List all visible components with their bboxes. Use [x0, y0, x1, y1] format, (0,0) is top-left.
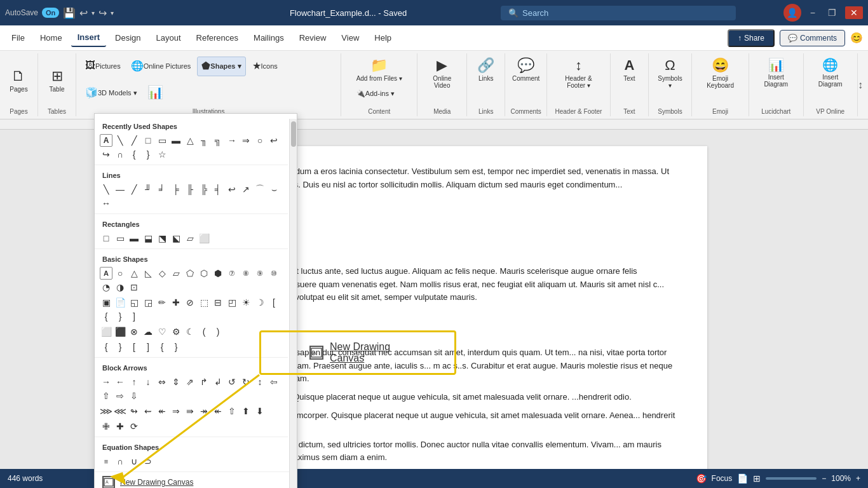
ribbon-btn-online-video[interactable]: ▶ Online Video	[423, 55, 461, 92]
ribbon-btn-symbols[interactable]: Ω Symbols ▾	[654, 55, 686, 92]
basic-br6[interactable]: }	[170, 341, 182, 353]
emoji-reaction-btn[interactable]: 😊	[850, 32, 863, 44]
view-icon-1[interactable]: 📄	[737, 473, 748, 484]
line-12[interactable]: ⌒	[254, 183, 266, 196]
undo-dropdown[interactable]: ▾	[92, 10, 95, 17]
basic-snip-rect[interactable]: ◱	[128, 296, 140, 309]
ba-circ1[interactable]: ↺	[226, 376, 238, 388]
line-8[interactable]: ╠	[198, 183, 210, 196]
shape-brace1[interactable]: {	[128, 148, 140, 161]
basic-bracer[interactable]: }	[114, 310, 126, 323]
line-14[interactable]: ↔	[100, 197, 112, 210]
menu-item-help[interactable]: Help	[368, 29, 398, 46]
customize-btn[interactable]: ▾	[111, 10, 114, 17]
basic-framed-rect[interactable]: ▣	[100, 296, 112, 309]
ba-stripe[interactable]: ↕	[254, 376, 266, 388]
basic-note[interactable]: 📄	[114, 296, 126, 309]
basic-deco4[interactable]: ☁	[142, 325, 154, 338]
ba-fat3[interactable]: ⇨	[114, 390, 126, 402]
share-button[interactable]: ↑ Share	[728, 29, 775, 47]
ribbon-btn-lucidchart[interactable]: 📊 Insert Diagram	[754, 55, 797, 90]
basic-triangle[interactable]: △	[128, 267, 140, 280]
undo-btn[interactable]: ↩	[79, 7, 88, 19]
ribbon-btn-3d-models[interactable]: 🧊 3D Models ▾	[81, 84, 141, 102]
ba-r2[interactable]: ⋘	[114, 405, 126, 417]
shape-triangle[interactable]: △	[184, 134, 196, 147]
menu-item-review[interactable]: Review	[293, 29, 333, 46]
ruler-toggle[interactable]: ↕	[858, 53, 868, 116]
basic-rtriangle[interactable]: ◺	[142, 267, 154, 280]
ba-s2[interactable]: ✚	[114, 420, 126, 433]
ba-r12[interactable]: ⬇	[254, 405, 266, 417]
ba-r4[interactable]: ⇜	[142, 405, 154, 417]
shape-arrow-dbl[interactable]: ⇒	[240, 134, 252, 147]
shape-star[interactable]: ☆	[156, 148, 168, 161]
basic-parallelogram[interactable]: ▱	[170, 267, 182, 280]
ribbon-btn-addins[interactable]: 🔌 Add-ins ▾	[353, 87, 398, 100]
basic-A[interactable]: A	[100, 267, 112, 280]
basic-diamond[interactable]: ◇	[156, 267, 168, 280]
line-6[interactable]: ╞	[170, 183, 182, 196]
basic-snip-rect2[interactable]: ◲	[142, 296, 154, 309]
view-icon-2[interactable]: ⊞	[753, 473, 761, 484]
basic-deco3[interactable]: ⊗	[128, 325, 140, 338]
ba-r9[interactable]: ↞	[212, 405, 224, 417]
basic-br3[interactable]: [	[128, 341, 140, 353]
eq-4[interactable]: ⊃	[142, 455, 154, 468]
menu-item-references[interactable]: References	[190, 29, 245, 46]
basic-deco7[interactable]: ☾	[184, 325, 196, 338]
basic-br4[interactable]: ]	[142, 341, 154, 353]
line-2[interactable]: —	[114, 183, 126, 196]
basic-br5[interactable]: {	[156, 341, 168, 353]
minimize-btn[interactable]: −	[806, 6, 819, 19]
menu-item-file[interactable]: File	[5, 29, 31, 46]
ribbon-btn-icons[interactable]: ★ Icons	[248, 57, 281, 76]
ba-r5[interactable]: ↞	[156, 405, 168, 417]
basic-9[interactable]: ⑨	[254, 267, 266, 280]
rect-8[interactable]: ⬜	[198, 232, 210, 245]
ba-circ2[interactable]: ↻	[240, 376, 252, 388]
basic-7[interactable]: ⑦	[226, 267, 238, 280]
ribbon-btn-chart[interactable]: 📊	[144, 82, 167, 104]
menu-item-insert[interactable]: Insert	[71, 29, 106, 47]
redo-btn[interactable]: ↪	[98, 7, 107, 19]
ba-dbl-h[interactable]: ⇔	[156, 376, 168, 388]
basic-rect-4[interactable]: ◰	[226, 296, 238, 309]
rect-6[interactable]: ⬕	[170, 232, 182, 245]
ba-dbl-v[interactable]: ⇕	[170, 376, 182, 388]
menu-item-layout[interactable]: Layout	[150, 29, 187, 46]
ribbon-btn-add-files[interactable]: 📁 Add from Files ▾	[353, 55, 406, 85]
zoom-slider[interactable]	[766, 477, 817, 480]
comments-button[interactable]: 💬 Comments	[780, 30, 845, 46]
basic-8[interactable]: ⑧	[240, 267, 252, 280]
profile-avatar[interactable]: 👤	[783, 4, 801, 22]
basic-pentagon[interactable]: ⬠	[184, 267, 196, 280]
ba-up[interactable]: ↑	[128, 376, 140, 388]
shape-redo[interactable]: ↪	[100, 148, 112, 161]
basic-heptagon[interactable]: ⬢	[212, 267, 224, 280]
basic-deco5[interactable]: ♡	[156, 325, 168, 338]
eq-1[interactable]: ≡	[100, 455, 112, 468]
shape-arc[interactable]: ∩	[114, 148, 126, 161]
ribbon-btn-shapes[interactable]: ⬟ Shapes ▾	[197, 57, 245, 76]
basic-pie[interactable]: ◔	[100, 281, 112, 294]
autosave-toggle[interactable]: On	[42, 8, 59, 18]
rect-5[interactable]: ⬔	[156, 232, 168, 245]
ribbon-btn-header-footer[interactable]: ↕ Header & Footer ▾	[552, 55, 605, 92]
rect-7[interactable]: ▱	[184, 232, 196, 245]
eq-2[interactable]: ∩	[114, 455, 126, 468]
basic-pencil[interactable]: ✏	[156, 296, 168, 309]
zoom-plus[interactable]: +	[856, 474, 860, 483]
close-btn[interactable]: ✕	[845, 6, 863, 19]
line-1[interactable]: ╲	[100, 183, 112, 196]
new-drawing-canvas-item[interactable]: A New Drawing Canvas	[95, 471, 297, 488]
basic-hexagon[interactable]: ⬡	[198, 267, 210, 280]
shape-arrow[interactable]: →	[226, 134, 238, 147]
ba-r8[interactable]: ↠	[198, 405, 210, 417]
menu-item-view[interactable]: View	[335, 29, 365, 46]
basic-cube[interactable]: ⬚	[198, 296, 210, 309]
search-bar[interactable]: 🔍 Search	[501, 6, 736, 20]
rect-2[interactable]: ▭	[114, 232, 126, 245]
shape-text-A[interactable]: A	[100, 134, 112, 147]
ba-down[interactable]: ↓	[142, 376, 154, 388]
